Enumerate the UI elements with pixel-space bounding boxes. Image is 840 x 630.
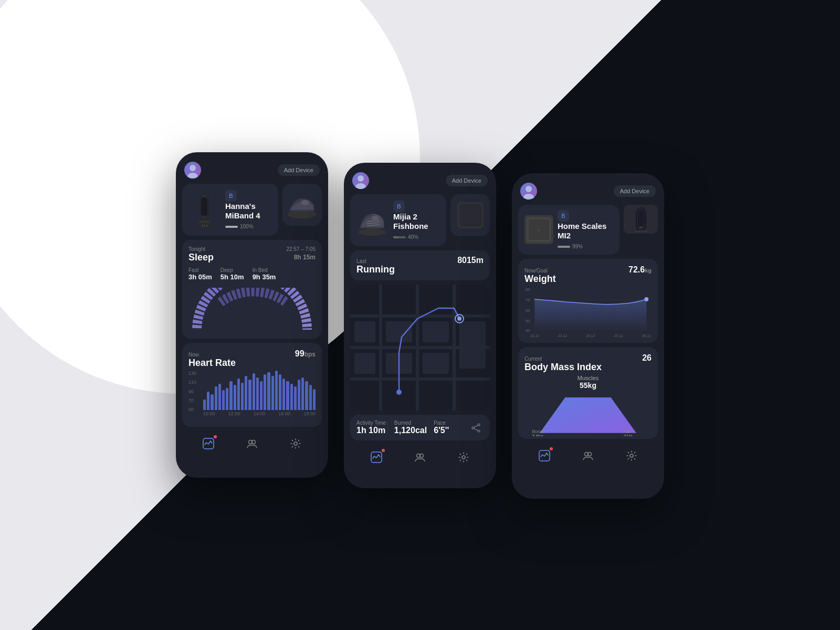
sleep-label: Tonight: [188, 246, 214, 252]
heart-value: 99bps: [295, 349, 316, 359]
bluetooth-icon-2: B: [393, 201, 405, 212]
pace-value: 6'5'': [434, 426, 465, 435]
svg-point-52: [523, 194, 534, 200]
svg-text:21%: 21%: [624, 434, 633, 436]
activity-time-value: 1h 10m: [356, 426, 387, 435]
bmi-title: Body Mass Index: [524, 362, 602, 373]
sleep-stats: Fast 3h 05m Deep 5h 10m In Bed 9h 35m: [188, 267, 316, 281]
phone3-header: Add Device: [512, 173, 664, 205]
svg-rect-35: [423, 353, 449, 374]
deep-sleep: Deep 5h 10m: [220, 267, 244, 281]
pace-label: Pace: [434, 420, 465, 426]
burned-stat: Burned 1,120cal: [387, 420, 427, 435]
svg-text:22.12: 22.12: [530, 334, 539, 337]
svg-point-44: [472, 427, 474, 429]
miband-image: [188, 192, 220, 228]
sleep-card: Tonight Sleep 22:57 – 7:05 8h 15m Fast 3…: [182, 240, 322, 339]
heart-bar: [313, 389, 316, 410]
svg-point-84: [630, 454, 633, 457]
svg-text:70: 70: [526, 298, 530, 302]
svg-text:24.12: 24.12: [586, 334, 595, 337]
svg-rect-59: [638, 211, 644, 226]
svg-point-41: [457, 317, 461, 321]
svg-point-19: [372, 216, 379, 220]
bmi-card: Current Body Mass Index 26 Muscles 55kg: [518, 347, 658, 439]
heart-bars: [203, 371, 316, 410]
weight-row: Now/Goal Weight 72.6kg: [524, 265, 652, 285]
heart-bar: [290, 384, 293, 410]
secondary-device-2: [450, 194, 490, 236]
heart-label: Now: [188, 352, 236, 358]
running-header: Last Running 8015m: [350, 250, 490, 280]
sleep-title: Sleep: [188, 252, 214, 263]
svg-text:Fat: Fat: [624, 429, 631, 434]
share-icon[interactable]: [469, 421, 484, 435]
device-info-1: B Hanna's MiBand 4 100%: [225, 190, 272, 229]
heart-bar: [241, 383, 244, 410]
svg-rect-7: [202, 225, 203, 227]
nav-settings-3[interactable]: [624, 448, 639, 463]
heart-row: Now Heart Rate 99bps: [188, 349, 316, 369]
svg-point-1: [187, 173, 198, 178]
nav-group-1[interactable]: [245, 436, 259, 451]
add-device-button-3[interactable]: Add Device: [614, 185, 656, 197]
svg-rect-38: [459, 321, 486, 369]
svg-point-10: [287, 210, 317, 218]
device-row-3: ▪ B Home Scales MI2 99%: [518, 205, 658, 255]
muscles-value: 55kg: [524, 381, 652, 390]
svg-point-17: [355, 183, 366, 189]
heart-bar: [286, 381, 289, 410]
svg-text:▪: ▪: [538, 227, 540, 233]
device-row-1: B Hanna's MiBand 4 100%: [182, 184, 322, 236]
scales-info: B Home Scales MI2 99%: [558, 210, 613, 249]
nav-group-3[interactable]: [581, 448, 595, 463]
heart-bar: [211, 394, 213, 410]
svg-point-70: [644, 297, 648, 301]
svg-text:26.12: 26.12: [642, 334, 651, 337]
svg-rect-60: [635, 230, 647, 232]
nav-activity-3[interactable]: [537, 448, 552, 463]
bmi-visual: Bones 3.6kg Fat 21%: [524, 392, 652, 439]
pace-stat: Pace 6'5'': [427, 420, 465, 435]
svg-marker-76: [540, 397, 636, 433]
svg-rect-4: [201, 197, 207, 216]
weight-card: Now/Goal Weight 72.6kg 80 70 60 50 40: [518, 259, 658, 343]
svg-point-11: [301, 200, 309, 205]
heart-bar: [309, 385, 312, 410]
activity-time-stat: Activity Time 1h 10m: [356, 420, 387, 435]
heart-bar: [237, 379, 240, 410]
burned-label: Burned: [394, 420, 427, 426]
burned-value: 1,120cal: [394, 426, 427, 435]
heart-bar: [222, 390, 225, 410]
svg-point-0: [190, 165, 196, 171]
svg-text:80: 80: [526, 287, 530, 292]
add-device-button-2[interactable]: Add Device: [446, 175, 488, 186]
svg-rect-33: [423, 321, 449, 342]
heart-bar: [275, 371, 278, 410]
stats-row: Activity Time 1h 10m Burned 1,120cal Pac…: [350, 415, 490, 440]
svg-rect-9: [206, 225, 207, 227]
heart-chart: 130 110 90 70 50 10:00 12:00 14:00 16:00…: [188, 371, 316, 421]
sleep-time-range: 22:57 – 7:05: [286, 246, 316, 252]
running-value: 8015m: [457, 256, 484, 265]
svg-point-51: [526, 186, 532, 192]
heart-bar: [203, 400, 206, 410]
heart-bar: [279, 374, 281, 410]
heart-bar: [294, 386, 297, 410]
svg-point-15: [294, 442, 297, 445]
nav-settings-1[interactable]: [288, 436, 303, 451]
nav-activity-1[interactable]: [201, 436, 216, 451]
heart-rate-card: Now Heart Rate 99bps 130 110 90 70 50: [182, 343, 322, 427]
band-image-small: [624, 205, 658, 234]
nav-settings-2[interactable]: [456, 450, 471, 465]
svg-text:50: 50: [526, 319, 530, 323]
sleep-value: 8h 15m: [286, 252, 316, 261]
heart-bar: [218, 384, 221, 410]
add-device-button-1[interactable]: Add Device: [278, 164, 320, 176]
scales-name: Home Scales MI2: [558, 222, 613, 240]
nav-group-2[interactable]: [413, 450, 427, 465]
running-label: Last: [356, 258, 395, 264]
nav-activity-2[interactable]: [369, 450, 384, 465]
sneaker-image: [356, 202, 388, 239]
bmi-row: Current Body Mass Index 26: [524, 353, 652, 373]
